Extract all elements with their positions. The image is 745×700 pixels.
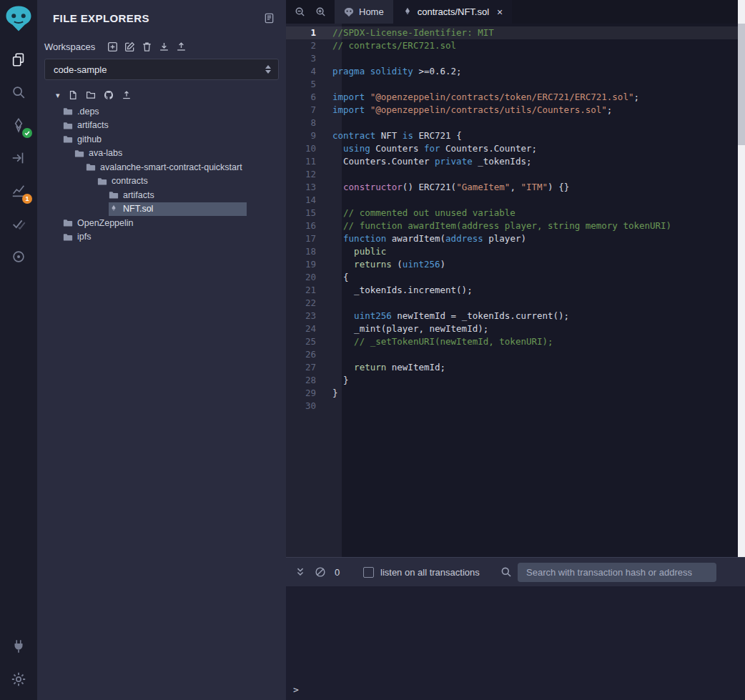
terminal[interactable]: > xyxy=(286,586,745,700)
collapse-caret-icon[interactable]: ▾ xyxy=(56,91,60,100)
tree-item-ipfs[interactable]: ipfs xyxy=(63,230,247,245)
line-number: 26 xyxy=(286,348,329,361)
line-number: 6 xyxy=(286,91,329,104)
tree-item-artifacts[interactable]: artifacts xyxy=(109,188,247,202)
line-number: 14 xyxy=(286,194,329,207)
create-workspace-icon[interactable] xyxy=(107,41,118,52)
code-line: 23 uint256 newItemId = _tokenIds.current… xyxy=(286,310,745,322)
listen-transactions-label: listen on all transactions xyxy=(380,567,480,578)
tree-item-label: NFT.sol xyxy=(123,204,153,214)
tree-item-label: .deps xyxy=(77,107,99,117)
line-number: 18 xyxy=(286,245,329,258)
search-icon[interactable] xyxy=(9,83,28,102)
listen-transactions-checkbox[interactable] xyxy=(363,567,374,578)
clone-github-icon[interactable] xyxy=(104,90,114,100)
code-line: 6import "@openzeppelin/contracts/token/E… xyxy=(286,91,745,104)
workspace-select[interactable]: code-sample xyxy=(44,59,279,80)
file-tree-toolbar: ▾ xyxy=(56,90,286,100)
line-number: 17 xyxy=(286,232,329,245)
workspace-selected-value: code-sample xyxy=(54,64,107,75)
zoom-out-icon[interactable] xyxy=(295,6,305,17)
rename-workspace-icon[interactable] xyxy=(124,41,135,52)
tree-item-contracts[interactable]: contracts xyxy=(97,174,247,189)
line-number: 29 xyxy=(286,387,329,400)
collapse-terminal-icon[interactable] xyxy=(295,566,306,578)
code-line: 27 return newItemId; xyxy=(286,361,745,374)
tree-item-label: ava-labs xyxy=(89,148,122,158)
remix-ide: 1 FILE EXPLORERS Wor xyxy=(0,0,745,700)
code-line: 21 _tokenIds.increment(); xyxy=(286,284,745,297)
unit-testing-icon[interactable] xyxy=(9,215,28,233)
code-line: 1//SPDX-License-Identifier: MIT xyxy=(286,26,745,39)
line-number: 7 xyxy=(286,104,329,117)
deploy-run-icon[interactable] xyxy=(9,149,28,167)
tree-item--deps[interactable]: .deps xyxy=(63,104,247,119)
workspaces-label: Workspaces xyxy=(44,41,95,52)
line-number: 30 xyxy=(286,400,329,413)
download-workspace-icon[interactable] xyxy=(159,41,169,52)
file-explorer-icon[interactable] xyxy=(9,50,28,69)
clear-transactions-icon[interactable] xyxy=(315,566,326,578)
compiler-success-badge xyxy=(22,128,32,138)
transaction-search-input[interactable] xyxy=(518,563,716,582)
workspaces-row: Workspaces xyxy=(44,41,277,52)
new-file-icon[interactable] xyxy=(68,90,78,100)
folder-icon xyxy=(109,190,119,199)
close-tab-icon[interactable]: × xyxy=(497,7,503,17)
tree-item-nft-sol[interactable]: NFT.sol xyxy=(109,202,247,217)
folder-icon xyxy=(63,218,73,227)
line-number: 20 xyxy=(286,271,329,284)
static-analysis-icon[interactable]: 1 xyxy=(9,182,28,200)
scrollbar-thumb[interactable] xyxy=(738,24,745,145)
line-number: 10 xyxy=(286,142,329,155)
delete-workspace-icon[interactable] xyxy=(142,41,152,52)
code-line: 24 _mint(player, newItemId); xyxy=(286,322,745,335)
code-line: 30 xyxy=(286,400,745,413)
line-number: 9 xyxy=(286,129,329,142)
remix-logo[interactable] xyxy=(4,4,33,33)
tab-home[interactable]: Home xyxy=(335,0,393,24)
line-number: 13 xyxy=(286,181,329,194)
code-line: 12 xyxy=(286,168,745,181)
panel-title: FILE EXPLORERS xyxy=(53,12,149,24)
code-line: 16 // function awardItem(address player,… xyxy=(286,220,745,232)
line-number: 1 xyxy=(286,26,329,39)
documentation-icon[interactable] xyxy=(264,13,275,24)
line-number: 15 xyxy=(286,207,329,220)
tree-item-artifacts[interactable]: artifacts xyxy=(63,119,247,133)
tree-item-avalanche-smart-contract-quickstart[interactable]: avalanche-smart-contract-quickstart xyxy=(86,160,247,174)
tree-item-label: avalanche-smart-contract-quickstart xyxy=(100,162,242,172)
tree-item-label: artifacts xyxy=(123,190,154,200)
code-line: 20 { xyxy=(286,271,745,284)
code-line: 15 // commented out unused variable xyxy=(286,207,745,220)
code-line: 28 } xyxy=(286,374,745,387)
file-explorer-panel: FILE EXPLORERS Workspaces code-sample ▾ xyxy=(37,0,286,700)
upload-workspace-icon[interactable] xyxy=(176,41,187,52)
debugger-icon[interactable] xyxy=(9,247,28,266)
code-line: 9contract NFT is ERC721 { xyxy=(286,129,745,142)
code-line: 4pragma solidity >=0.6.2; xyxy=(286,65,745,78)
new-folder-icon[interactable] xyxy=(86,90,96,100)
line-number: 24 xyxy=(286,322,329,335)
solidity-icon xyxy=(403,7,413,17)
tree-item-openzeppelin[interactable]: OpenZeppelin xyxy=(63,216,247,230)
tab-contracts-nft-sol[interactable]: contracts/NFT.sol × xyxy=(393,0,513,24)
tree-item-ava-labs[interactable]: ava-labs xyxy=(74,147,247,161)
settings-gear-icon[interactable] xyxy=(9,670,28,689)
code-line: 17 function awardItem(address player) xyxy=(286,232,745,245)
editor-scrollbar[interactable] xyxy=(738,0,745,557)
tree-item-label: contracts xyxy=(112,176,148,186)
plugin-manager-icon[interactable] xyxy=(9,637,28,656)
folder-icon xyxy=(63,107,73,116)
line-number: 21 xyxy=(286,284,329,297)
analysis-count-badge: 1 xyxy=(22,194,32,204)
code-line: 26 xyxy=(286,348,745,361)
line-number: 27 xyxy=(286,361,329,374)
tree-item-github[interactable]: github xyxy=(63,132,247,147)
solidity-compiler-icon[interactable] xyxy=(9,116,28,134)
zoom-in-icon[interactable] xyxy=(315,6,326,17)
upload-file-icon[interactable] xyxy=(122,90,132,100)
code-line: 11 Counters.Counter private _tokenIds; xyxy=(286,155,745,168)
code-editor[interactable]: 1//SPDX-License-Identifier: MIT2// contr… xyxy=(286,24,745,557)
folder-icon xyxy=(74,149,84,158)
